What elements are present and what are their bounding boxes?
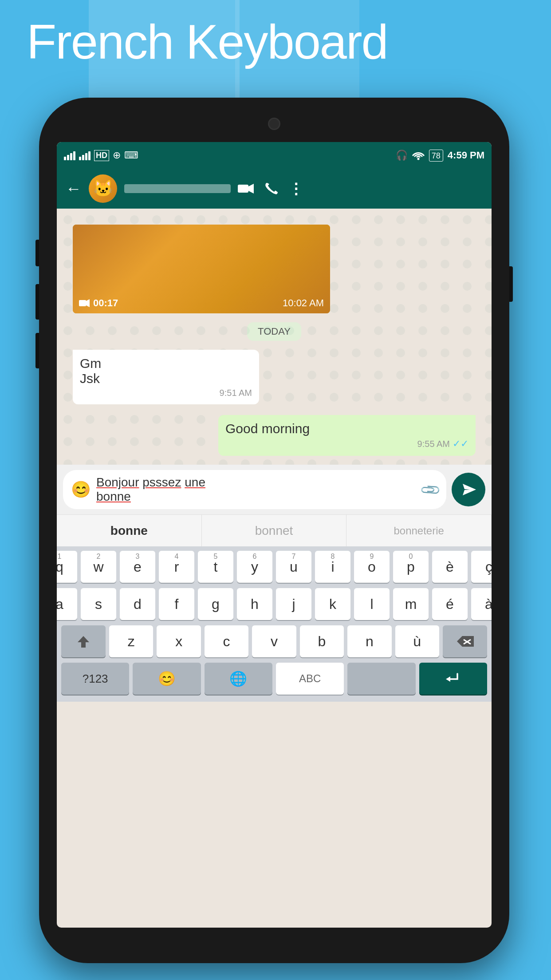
whatsapp-status-icon: ⊕ xyxy=(113,150,121,161)
key-h[interactable]: h xyxy=(237,588,272,620)
backspace-key[interactable] xyxy=(443,625,487,657)
key-n[interactable]: n xyxy=(347,625,391,657)
phone-call-icon[interactable] xyxy=(264,182,278,195)
svg-marker-4 xyxy=(86,299,90,307)
key-p[interactable]: 0p xyxy=(393,551,429,583)
key-v[interactable]: v xyxy=(252,625,296,657)
svg-rect-1 xyxy=(238,185,248,193)
page-title: French Keyboard xyxy=(27,13,388,70)
key-a-grave[interactable]: à xyxy=(471,588,492,620)
autocomplete-item-1[interactable]: bonne xyxy=(57,515,202,546)
numbers-key[interactable]: ?123 xyxy=(61,663,129,695)
keyboard-status-icon: ⌨ xyxy=(124,150,138,161)
signal-bar xyxy=(67,155,69,160)
key-c-cedilla[interactable]: ç xyxy=(471,551,492,583)
input-word-une: une xyxy=(185,475,205,489)
key-r[interactable]: 4r xyxy=(159,551,194,583)
key-i[interactable]: 8i xyxy=(315,551,350,583)
wifi-icon xyxy=(412,150,425,160)
autocomplete-item-2[interactable]: bonnet xyxy=(202,515,347,546)
key-q[interactable]: 1q xyxy=(57,551,77,583)
video-thumbnail[interactable]: 00:17 10:02 AM xyxy=(73,225,330,313)
emoji-picker-button[interactable]: 😊 xyxy=(71,480,91,499)
key-u-grave[interactable]: ù xyxy=(395,625,439,657)
signal-bar xyxy=(85,153,87,160)
keyboard-row-1: 1q 2w 3e 4r 5t 6y 7u 8i 9o 0p è ç xyxy=(57,551,492,583)
video-icon xyxy=(79,299,90,307)
send-message-button[interactable] xyxy=(452,473,485,506)
backspace-icon xyxy=(456,635,474,648)
key-d[interactable]: d xyxy=(120,588,155,620)
enter-icon xyxy=(445,672,461,685)
header-actions: ⋮ xyxy=(238,180,303,198)
key-s[interactable]: s xyxy=(81,588,116,620)
autocomplete-item-3[interactable]: bonneterie xyxy=(346,515,492,546)
enter-key[interactable] xyxy=(419,663,487,695)
shift-icon xyxy=(77,635,90,648)
chat-messages-area: 00:17 10:02 AM TODAY xyxy=(57,209,492,465)
emoji-keyboard-key[interactable]: 😊 xyxy=(133,663,201,695)
video-timestamp: 10:02 AM xyxy=(283,297,324,308)
key-k[interactable]: k xyxy=(315,588,350,620)
contact-name[interactable] xyxy=(124,184,231,193)
svg-marker-9 xyxy=(446,676,450,682)
key-u[interactable]: 7u xyxy=(276,551,311,583)
message-text-input[interactable]: Bonjour psssez une bonne xyxy=(96,475,417,504)
space-key[interactable]: ABC xyxy=(276,663,344,695)
input-word-bonjour: Bonjour xyxy=(96,475,139,489)
signal-bar xyxy=(64,157,66,160)
key-l[interactable]: l xyxy=(354,588,390,620)
video-duration: 00:17 xyxy=(93,297,118,309)
french-keyboard[interactable]: 1q 2w 3e 4r 5t 6y 7u 8i 9o 0p è ç a s d … xyxy=(57,546,492,702)
avatar-image: 🐱 xyxy=(89,174,117,203)
key-x[interactable]: x xyxy=(157,625,201,657)
key-f[interactable]: f xyxy=(159,588,194,620)
message-input-box[interactable]: 😊 Bonjour psssez une bonne 📎 xyxy=(63,470,446,509)
signal-bar xyxy=(79,157,81,160)
battery-icon: 78 xyxy=(429,150,443,162)
key-t[interactable]: 5t xyxy=(198,551,233,583)
received-message-time: 9:51 AM xyxy=(80,388,252,398)
abc-key[interactable] xyxy=(347,663,415,695)
sent-message-time: 9:55 AM xyxy=(417,439,450,449)
back-button[interactable]: ← xyxy=(66,179,82,198)
key-g[interactable]: g xyxy=(198,588,233,620)
phone-camera-button xyxy=(35,333,39,368)
keyboard-row-3: z x c v b n ù xyxy=(57,625,492,657)
key-a[interactable]: a xyxy=(57,588,77,620)
chat-header[interactable]: ← 🐱 ⋮ xyxy=(57,169,492,209)
key-y[interactable]: 6y xyxy=(237,551,272,583)
keyboard-row-2: a s d f g h j k l m é à xyxy=(57,588,492,620)
message-delivered-icon: ✓✓ xyxy=(453,438,468,450)
key-b[interactable]: b xyxy=(300,625,344,657)
status-right: 🎧 78 4:59 PM xyxy=(396,150,484,162)
input-word-psssez: psssez xyxy=(142,475,181,489)
key-z[interactable]: z xyxy=(109,625,153,657)
signal-bar xyxy=(73,151,75,160)
key-o[interactable]: 9o xyxy=(354,551,390,583)
input-word-bonne: bonne xyxy=(96,490,131,503)
received-message-bubble: Gm Jsk 9:51 AM xyxy=(73,350,259,404)
key-c[interactable]: c xyxy=(205,625,248,657)
phone-camera xyxy=(268,118,280,130)
key-e-acute[interactable]: é xyxy=(432,588,468,620)
more-options-icon[interactable]: ⋮ xyxy=(288,180,303,198)
key-j[interactable]: j xyxy=(276,588,311,620)
attach-file-button[interactable]: 📎 xyxy=(419,478,441,501)
shift-key[interactable] xyxy=(61,625,106,657)
status-left: HD ⊕ ⌨ xyxy=(64,150,396,161)
sent-message-meta: 9:55 AM ✓✓ xyxy=(225,438,468,450)
headset-icon: 🎧 xyxy=(396,150,408,161)
key-w[interactable]: 2w xyxy=(81,551,116,583)
phone-screen: HD ⊕ ⌨ 🎧 78 4:59 PM ← xyxy=(57,142,492,928)
key-m[interactable]: m xyxy=(393,588,429,620)
video-call-icon[interactable] xyxy=(238,183,254,194)
globe-key[interactable]: 🌐 xyxy=(205,663,272,695)
keyboard-bottom-row: ?123 😊 🌐 ABC xyxy=(57,663,492,702)
received-message-text: Gm Jsk xyxy=(80,356,252,386)
key-e-grave[interactable]: è xyxy=(432,551,468,583)
contact-avatar[interactable]: 🐱 xyxy=(89,174,117,203)
signal-bar xyxy=(88,151,91,160)
key-e[interactable]: 3e xyxy=(120,551,155,583)
send-icon xyxy=(461,483,476,496)
